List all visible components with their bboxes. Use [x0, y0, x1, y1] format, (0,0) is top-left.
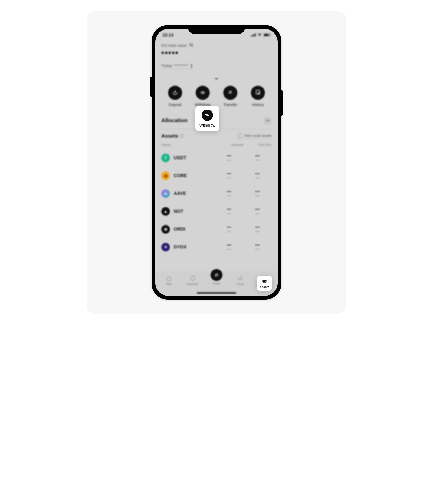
assets-header: Assets i Hide small assets: [161, 133, 272, 139]
compass-icon: [189, 275, 196, 281]
withdraw-label: Withdraw: [199, 123, 215, 127]
phone-frame: 10:14 Est tot: [152, 25, 281, 300]
nav-grow[interactable]: Grow: [231, 275, 250, 286]
svg-rect-1: [252, 35, 253, 37]
coin-symbol: CORE: [174, 173, 215, 178]
withdraw-icon: [200, 89, 206, 96]
asset-amount: ••••••: [215, 189, 243, 198]
asset-row[interactable]: ⊚ ORDI •••••• ••••••: [161, 220, 272, 238]
withdraw-icon: [205, 112, 210, 118]
asset-row[interactable]: ▲ NOT •••••• ••••••: [161, 203, 272, 220]
svg-point-12: [241, 279, 242, 280]
asset-pnl: ••••••: [243, 189, 272, 198]
asset-amount: ••••••: [215, 154, 243, 162]
coin-symbol: ORDI: [174, 227, 215, 232]
expand-chevron[interactable]: [161, 77, 272, 81]
asset-amount: ••••••: [215, 225, 243, 233]
svg-rect-3: [255, 33, 256, 37]
asset-amount: ••••••: [215, 243, 243, 251]
coin-icon: ⊚: [161, 225, 170, 234]
coin-icon: ✕: [161, 243, 170, 251]
home-indicator[interactable]: [197, 292, 236, 294]
screen: 10:14 Est tot: [155, 29, 278, 296]
svg-rect-0: [251, 35, 252, 37]
asset-pnl: ••••••: [243, 154, 272, 162]
grow-icon: [237, 275, 244, 281]
nav-trade[interactable]: Trade: [207, 276, 226, 285]
device-mockup-canvas: 10:14 Est tot: [87, 11, 346, 314]
svg-point-10: [238, 278, 240, 280]
asset-list: T USDT •••••• •••••• ◎ CORE •••••• •••••…: [161, 149, 272, 256]
asset-amount: ••••••: [215, 171, 243, 180]
total-value-masked: *****: [161, 50, 272, 58]
deposit-button[interactable]: Deposit: [164, 86, 186, 107]
chevron-right-icon: ❯: [190, 63, 193, 68]
history-button[interactable]: History: [247, 86, 269, 107]
deposit-icon: [172, 89, 178, 96]
assets-title: Assets: [161, 133, 178, 139]
asset-pnl: ••••••: [243, 171, 272, 180]
asset-row[interactable]: A AAVE •••••• ••••••: [161, 185, 272, 203]
blurred-background-layer: 10:14 Est tot: [155, 29, 278, 296]
asset-pnl: ••••••: [243, 225, 272, 233]
coin-icon: T: [161, 154, 170, 162]
checkbox[interactable]: [238, 134, 242, 138]
withdraw-button[interactable]: Withdraw: [192, 86, 214, 107]
status-time: 10:14: [162, 33, 173, 38]
asset-columns-header: Name Amount Cml PnL: [161, 143, 272, 147]
transfer-icon: [227, 89, 233, 96]
today-pnl-row[interactable]: Today ********* ❯: [161, 63, 193, 69]
wifi-icon: [257, 33, 262, 38]
svg-point-17: [265, 281, 266, 281]
coin-icon: ◎: [161, 171, 170, 180]
coin-symbol: NOT: [174, 209, 215, 214]
nav-okx[interactable]: OKX: [160, 275, 178, 286]
coin-symbol: AAVE: [174, 191, 215, 196]
trade-icon: [211, 269, 222, 281]
transfer-button[interactable]: Transfer: [219, 86, 241, 107]
wallet-icon: [261, 278, 267, 285]
asset-pnl: ••••••: [243, 243, 272, 251]
battery-icon: [264, 33, 271, 38]
action-row: Deposit Withdraw Transfer History: [161, 86, 272, 107]
coin-symbol: USDT: [174, 155, 215, 161]
coin-icon: A: [161, 189, 170, 198]
signal-icon: [251, 33, 256, 38]
assets-tab-highlight[interactable]: Assets: [257, 276, 272, 291]
info-icon[interactable]: i: [180, 134, 184, 138]
coin-icon: ▲: [161, 207, 170, 216]
history-icon: [255, 89, 261, 96]
svg-point-11: [241, 277, 242, 278]
eye-off-icon[interactable]: [189, 42, 194, 48]
coin-symbol: DYDX: [174, 244, 215, 250]
svg-rect-6: [270, 34, 270, 35]
withdraw-highlight[interactable]: Withdraw: [195, 106, 219, 131]
svg-rect-5: [264, 34, 268, 36]
asset-row[interactable]: ◎ CORE •••••• ••••••: [161, 167, 272, 185]
hide-small-assets-toggle[interactable]: Hide small assets: [238, 134, 272, 138]
phone-notch: [188, 25, 245, 34]
svg-rect-2: [254, 34, 254, 37]
asset-row[interactable]: T USDT •••••• ••••••: [161, 149, 272, 167]
chevron-down-icon: [264, 117, 272, 125]
est-total-value-label: Est total value: [161, 42, 272, 48]
asset-row[interactable]: ✕ DYDX •••••• ••••••: [161, 238, 272, 256]
asset-amount: ••••••: [215, 207, 243, 215]
status-icons: [251, 33, 271, 38]
nav-discover[interactable]: Discover: [183, 275, 202, 286]
home-icon: [166, 275, 172, 281]
asset-pnl: ••••••: [243, 207, 272, 215]
